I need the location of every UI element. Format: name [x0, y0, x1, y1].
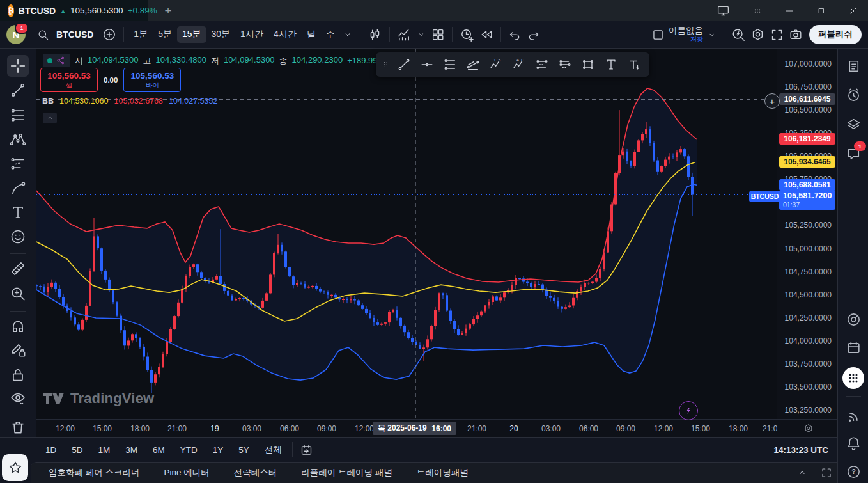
chevron-down-icon[interactable] [340, 27, 355, 42]
prediction-tool[interactable] [7, 153, 29, 175]
close-button[interactable] [839, 0, 868, 21]
magnet-tool[interactable] [7, 315, 29, 337]
range-1Y[interactable]: 1Y [207, 443, 229, 457]
radar-icon[interactable] [845, 311, 862, 328]
chart-tab[interactable]: ₿ BTCUSD ▲ 105,560.5300 +0.89% [0, 0, 148, 21]
bottom-tab-2[interactable]: Pine 에디터 [164, 467, 210, 479]
trash-tool[interactable] [7, 416, 29, 438]
dots-grid-icon[interactable] [743, 0, 772, 21]
bollinger-legend[interactable]: BB 104,530.1060 105,032.6768 104,027.535… [42, 97, 217, 106]
bottom-tab-3[interactable]: 전략테스터 [234, 467, 277, 479]
pattern-lines2-draw-tool[interactable] [555, 55, 575, 74]
redo-icon[interactable] [524, 26, 543, 44]
time-axis[interactable]: 12:0015:0018:0021:001903:0006:0009:0012:… [36, 419, 837, 437]
maximize-button[interactable] [807, 0, 836, 21]
alert-clock-icon[interactable] [457, 25, 477, 45]
emoji-tool[interactable] [7, 226, 29, 248]
chevron-down-icon[interactable] [414, 28, 428, 42]
boost-lightning-button[interactable] [679, 401, 698, 420]
buy-button[interactable]: 105,560.53 바이 [123, 68, 181, 92]
zoom-in-tool[interactable] [7, 283, 29, 305]
timeframe-1시간[interactable]: 1시간 [235, 26, 268, 43]
panel-maximize-icon[interactable] [819, 466, 834, 480]
pattern-lines-draw-tool[interactable] [532, 55, 552, 74]
range-3M[interactable]: 3M [120, 443, 143, 457]
crosshair-tool[interactable] [7, 55, 29, 77]
add-alert-plus-button[interactable]: + [764, 93, 780, 109]
timeframe-4시간[interactable]: 4시간 [268, 26, 302, 43]
camera-snapshot-icon[interactable] [786, 25, 805, 44]
save-label[interactable]: 저장 [690, 36, 703, 43]
range-전체[interactable]: 전체 [259, 441, 288, 458]
timeframe-5분[interactable]: 5분 [153, 26, 177, 43]
range-1M[interactable]: 1M [93, 443, 116, 457]
rectangle-draw-tool[interactable] [578, 55, 598, 74]
eye-hide-tool[interactable] [7, 387, 29, 409]
indicators-icon[interactable] [394, 25, 414, 45]
layers-icon[interactable] [845, 116, 862, 132]
new-tab-button[interactable]: + [160, 3, 176, 19]
bottom-tab-5[interactable]: 트레이딩패널 [417, 467, 469, 479]
quick-search-icon[interactable] [729, 25, 748, 44]
watchlist-icon[interactable] [845, 58, 862, 74]
draw-lock-tool[interactable] [7, 339, 29, 361]
fib-channel-draw-tool[interactable] [463, 55, 483, 74]
text-draw-tool[interactable] [601, 55, 621, 74]
undo-icon[interactable] [506, 26, 524, 44]
monitor-icon[interactable] [708, 0, 738, 21]
range-5Y[interactable]: 5Y [233, 443, 255, 457]
timeframe-15분[interactable]: 15분 [177, 26, 206, 43]
anchored-text-draw-tool[interactable] [624, 55, 644, 74]
candles-style-icon[interactable] [365, 25, 385, 45]
go-to-date-icon[interactable] [297, 441, 316, 459]
elliott-correction-draw-tool[interactable]: AC [509, 55, 529, 74]
xabcd-pattern-tool[interactable] [7, 129, 29, 150]
chat-icon[interactable]: 1 [845, 145, 862, 162]
utc-clock[interactable]: 14:13:23 UTC [773, 445, 828, 455]
grid-layout-icon[interactable] [428, 25, 447, 44]
compare-add-icon[interactable] [100, 25, 119, 44]
price-axis[interactable]: 107,000.0000106,750.0000106,500.0000106,… [777, 49, 837, 419]
favorites-star-button[interactable] [2, 454, 28, 481]
fib-retracement-draw-tool[interactable] [440, 55, 460, 74]
timeframe-30분[interactable]: 30분 [206, 26, 236, 43]
layout-name-menu[interactable]: 이름없음 저장 [669, 26, 703, 43]
legend-collapse-button[interactable] [43, 113, 57, 123]
help-icon[interactable]: ? [845, 463, 862, 480]
trend-line-tool[interactable] [7, 79, 29, 101]
range-5D[interactable]: 5D [66, 443, 88, 457]
horizontal-line-draw-tool[interactable] [417, 55, 437, 74]
calendar-icon[interactable] [845, 339, 862, 356]
chart-region[interactable]: 시104,094.5300고104,330.4800저104,094.5300종… [36, 49, 777, 419]
sell-button[interactable]: 105,560.53 셀 [40, 68, 98, 92]
symbol-search[interactable]: BTCUSD [35, 26, 93, 44]
bell-icon[interactable] [845, 434, 862, 451]
lock-tool[interactable] [7, 364, 29, 386]
range-YTD[interactable]: YTD [174, 443, 203, 457]
axis-settings-gear-icon[interactable] [803, 424, 814, 434]
apps-grid-icon[interactable] [842, 367, 864, 389]
alarm-clock-icon[interactable] [845, 86, 862, 103]
bottom-tab-1[interactable]: 암호화폐 페어 스크리너 [49, 467, 140, 479]
settings-gear-icon[interactable] [748, 25, 768, 45]
broadcast-icon[interactable] [845, 408, 862, 425]
user-menu[interactable]: N 1 [6, 25, 26, 44]
bar-replay-icon[interactable] [477, 25, 496, 44]
timeframe-날[interactable]: 날 [302, 26, 321, 43]
bottom-tab-4[interactable]: 리플레이 트레이딩 패널 [301, 467, 392, 479]
range-1D[interactable]: 1D [40, 443, 62, 457]
minimize-button[interactable] [775, 0, 804, 21]
publish-button[interactable]: 퍼블리쉬 [809, 25, 862, 44]
panel-collapse-icon[interactable] [794, 466, 810, 480]
elliott-impulse-draw-tool[interactable]: 15 [486, 55, 506, 74]
timeframe-주[interactable]: 주 [321, 26, 340, 43]
text-tool[interactable] [7, 202, 29, 223]
range-6M[interactable]: 6M [147, 443, 171, 457]
legend-status[interactable] [43, 54, 70, 67]
layout-square-icon[interactable] [649, 26, 667, 44]
trend-line-draw-tool[interactable] [394, 55, 414, 74]
fullscreen-icon[interactable] [768, 26, 786, 44]
drag-handle[interactable] [381, 55, 391, 74]
timeframe-1분[interactable]: 1분 [128, 26, 153, 43]
brush-tool[interactable] [7, 177, 29, 199]
